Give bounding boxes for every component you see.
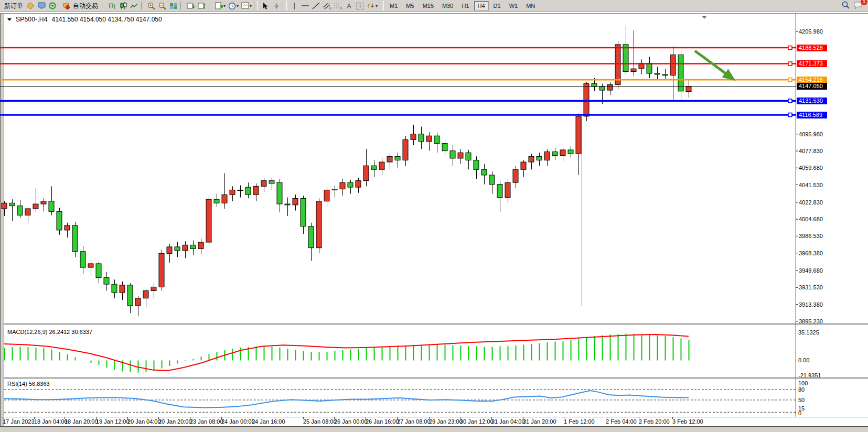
candle-up xyxy=(544,152,550,160)
timeframe-m15-button[interactable]: M15 xyxy=(419,1,437,10)
price-axis-tick: 4205.980 xyxy=(799,28,823,35)
fibonacci-tool-icon[interactable]: F xyxy=(333,1,343,10)
timeframe-h4-button[interactable]: H4 xyxy=(474,1,489,10)
candle-up xyxy=(576,116,581,154)
tile-windows-icon[interactable] xyxy=(168,1,178,10)
time-axis-label: 27 Jan 08:00 xyxy=(397,418,431,425)
horizontal-line-tool-icon[interactable] xyxy=(300,1,310,10)
bar-chart-mode-icon[interactable] xyxy=(107,1,117,10)
period-dropdown-caret[interactable]: ▾ xyxy=(237,4,239,8)
candle-down xyxy=(9,203,15,206)
notifications-chat-icon[interactable]: 1 xyxy=(852,1,864,10)
candle-up xyxy=(253,186,259,195)
candle-up xyxy=(340,182,345,189)
candle-down xyxy=(80,252,85,267)
candle-up xyxy=(222,195,227,203)
price-axis-tick: 4041.530 xyxy=(799,182,823,188)
timeframe-m5-button[interactable]: M5 xyxy=(402,1,417,10)
new-order-button[interactable]: 新订单 xyxy=(2,1,25,11)
text-label-tool-icon[interactable]: T xyxy=(355,1,365,10)
template-dropdown-caret[interactable]: ▾ xyxy=(250,4,252,8)
template-icon[interactable] xyxy=(240,1,250,10)
time-axis-label: 24 Jan 16:00 xyxy=(252,418,285,425)
time-axis-label: 17 Jan 2023 xyxy=(3,418,35,425)
price-line-label: 4171.373 xyxy=(797,60,827,67)
arrange-vertical-icon[interactable] xyxy=(197,1,207,10)
candle-down xyxy=(277,182,282,204)
candle-up xyxy=(356,181,361,187)
candle-up xyxy=(686,87,691,92)
cursor-tool-icon[interactable] xyxy=(260,1,270,10)
timeframe-m30-button[interactable]: M30 xyxy=(438,1,457,10)
price-axis-tick: 4022.830 xyxy=(799,199,823,206)
chart-menu-arrow-icon[interactable] xyxy=(7,18,12,21)
time-axis-label: 31 Jan 20:00 xyxy=(523,418,556,425)
candle-down xyxy=(678,55,683,91)
candle-up xyxy=(505,182,510,197)
price-axis-tick: 4004.680 xyxy=(799,216,823,222)
rsi-axis-tick: 80 xyxy=(798,386,805,393)
timeframe-h1-button[interactable]: H1 xyxy=(458,1,473,10)
candle-up xyxy=(151,287,156,290)
zoom-in-icon[interactable] xyxy=(146,1,156,10)
zoom-out-icon[interactable] xyxy=(157,1,167,10)
time-axis-label: 2 Feb 04:00 xyxy=(606,418,637,425)
candle-down xyxy=(49,201,54,212)
signals-icon[interactable] xyxy=(48,1,58,10)
candle-down xyxy=(112,284,117,293)
macd-axis-tick: 35.1325 xyxy=(798,329,819,336)
candle-down xyxy=(434,136,440,143)
candle-up xyxy=(458,153,463,158)
candle-down xyxy=(481,169,487,175)
arrows-dropdown-caret[interactable]: ▾ xyxy=(376,4,378,8)
price-line-label: 4154.218 xyxy=(797,77,827,83)
price-line-label: 4116.589 xyxy=(797,112,827,118)
trendline-tool-icon[interactable] xyxy=(311,1,321,10)
toolbar-separator xyxy=(380,1,384,10)
candle-up xyxy=(513,169,518,182)
vertical-line-tool-icon[interactable] xyxy=(289,1,299,10)
timeframe-m1-button[interactable]: M1 xyxy=(386,1,401,10)
candle-down xyxy=(497,185,502,198)
time-axis-label: 26 Jan 00:00 xyxy=(334,418,368,425)
candle-down xyxy=(308,226,314,248)
arrange-horizontal-icon[interactable] xyxy=(186,1,196,10)
order-history-icon[interactable] xyxy=(26,1,36,10)
candle-down xyxy=(442,143,447,150)
timeframe-w1-button[interactable]: W1 xyxy=(506,1,522,10)
macd-axis-tick: -21.9351 xyxy=(798,372,821,379)
price-line-label: 4188.528 xyxy=(797,45,827,51)
candle-up xyxy=(41,201,46,204)
market-watch-icon[interactable] xyxy=(37,1,47,10)
candle-up xyxy=(670,55,676,75)
new-chart-icon[interactable] xyxy=(214,1,224,10)
candle-down xyxy=(175,247,180,251)
toolbar-grip xyxy=(209,2,212,10)
crosshair-tool-icon[interactable] xyxy=(271,1,281,10)
timeframe-mn-button[interactable]: MN xyxy=(522,1,539,10)
text-tool-icon[interactable]: A xyxy=(344,1,354,10)
timeframe-d1-button[interactable]: D1 xyxy=(490,1,505,10)
toolbar-grip xyxy=(180,2,184,10)
time-axis-label: 23 Jan 08:00 xyxy=(190,418,223,425)
price-chart-canvas[interactable] xyxy=(0,13,868,432)
period-clock-icon[interactable] xyxy=(227,1,237,10)
candlestick-mode-icon[interactable] xyxy=(118,1,128,10)
chart-window[interactable]: SP500-,H4 4141.550 4154.050 4134.750 414… xyxy=(0,13,868,432)
candle-up xyxy=(363,166,369,180)
toolbar-grip xyxy=(141,2,144,10)
macd-indicator-label: MACD(12,26,9) 26.2412 30.6337 xyxy=(7,329,92,335)
line-chart-mode-icon[interactable] xyxy=(129,1,139,10)
candle-down xyxy=(301,198,306,226)
search-icon[interactable] xyxy=(841,1,851,10)
arrows-tool-icon[interactable] xyxy=(366,1,376,10)
candle-up xyxy=(584,84,589,116)
autotrade-button[interactable]: 自动交易 xyxy=(58,1,100,11)
candle-down xyxy=(623,45,628,72)
equidistant-channel-tool-icon[interactable]: E xyxy=(322,1,332,10)
time-axis-label: 20 Jan 04:00 xyxy=(127,418,161,425)
candle-up xyxy=(607,84,613,90)
new-chart-dropdown-caret[interactable]: ▾ xyxy=(223,4,226,8)
chart-ohlc-values: 4141.550 4154.050 4134.750 4147.050 xyxy=(52,16,162,23)
candle-down xyxy=(104,278,109,284)
